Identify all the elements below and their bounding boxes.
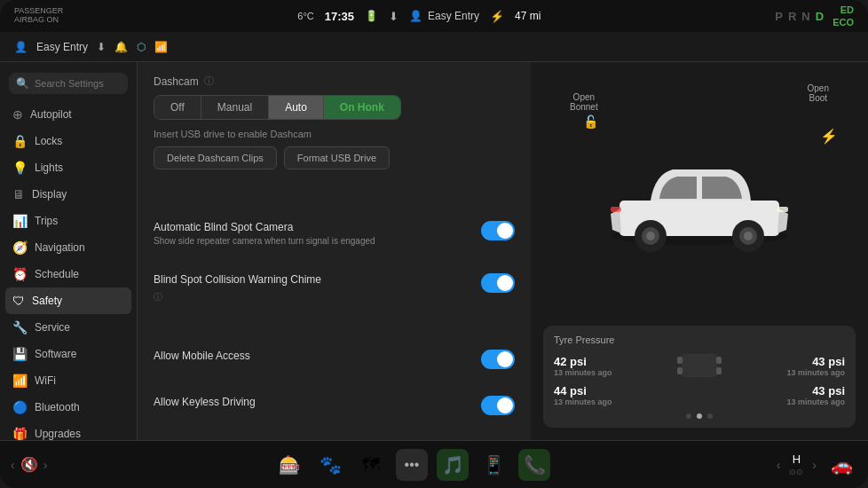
- sidebar-label-navigation: Navigation: [35, 241, 85, 254]
- toggle-mobile-access-info: Allow Mobile Access: [154, 350, 472, 364]
- app-icon-1[interactable]: 🎰: [273, 449, 305, 481]
- collision-info-icon: ⓘ: [154, 292, 162, 302]
- service-icon: 🔧: [12, 320, 28, 335]
- gear-mode-1: ED: [840, 4, 854, 15]
- car-illustration: [584, 134, 815, 258]
- toggle-collision-warning-switch[interactable]: [481, 273, 515, 293]
- toggle-blind-spot-camera-switch[interactable]: [481, 221, 515, 240]
- toggle-keyless-driving-switch[interactable]: [481, 396, 515, 415]
- svg-rect-13: [677, 367, 683, 374]
- sidebar-label-bluetooth: Bluetooth: [35, 401, 80, 413]
- gear-d: D: [816, 10, 824, 23]
- sidebar-item-wifi[interactable]: 📶 WiFi: [0, 367, 137, 394]
- open-bonnet-button[interactable]: Open Bonnet: [570, 92, 598, 112]
- sidebar-item-bluetooth[interactable]: 🔵 Bluetooth: [0, 394, 137, 421]
- toggle-mobile-access-switch[interactable]: [481, 350, 515, 369]
- dashcam-info-icon: ⓘ: [204, 75, 214, 88]
- tyre-rr-time: 13 minutes ago: [727, 397, 845, 406]
- sidebar: 🔍 ⊕ Autopilot 🔒 Locks 💡 Lights 🖥 Display…: [0, 62, 138, 440]
- taskbar-center: 🎰 🐾 🗺 ••• 🎵 📱 📞: [273, 449, 550, 481]
- temperature: 6°C: [297, 11, 313, 21]
- usb-button-group: Delete Dashcam Clips Format USB Drive: [154, 146, 515, 169]
- status-center: 6°C 17:35 🔋 ⬇ 👤 Easy Entry ⚡ 47 mi: [297, 10, 541, 23]
- gear-control[interactable]: H ⊙⊙: [789, 453, 803, 476]
- app-car[interactable]: 🚗: [825, 449, 857, 481]
- open-boot-button[interactable]: Open Boot: [808, 83, 829, 103]
- easy-entry-top-label: Easy Entry: [428, 10, 479, 22]
- svg-point-4: [646, 232, 655, 240]
- toggle-mobile-access-knob: [497, 351, 513, 367]
- nav-prev-arrow[interactable]: ‹: [11, 458, 15, 472]
- taskbar-nav-next[interactable]: ›: [812, 458, 817, 472]
- sidebar-item-upgrades[interactable]: 🎁 Upgrades: [0, 421, 137, 440]
- sidebar-item-locks[interactable]: 🔒 Locks: [0, 128, 137, 154]
- app-maps[interactable]: 🗺: [355, 449, 387, 481]
- sidebar-item-display[interactable]: 🖥 Display: [0, 181, 137, 208]
- dashcam-honk-button[interactable]: On Honk: [324, 96, 400, 119]
- sidebar-item-service[interactable]: 🔧 Service: [0, 314, 137, 341]
- charge-port-icon: ⚡: [820, 128, 838, 145]
- second-bar-icons: 👤 Easy Entry ⬇ 🔔 ⬡ 📶: [14, 41, 168, 53]
- tyre-rr-psi: 43 psi: [727, 384, 845, 397]
- lights-icon: 💡: [12, 161, 28, 175]
- status-bar: PASSENGERAIRBAG ON 6°C 17:35 🔋 ⬇ 👤 Easy …: [0, 0, 868, 32]
- delete-clips-button[interactable]: Delete Dashcam Clips: [154, 146, 277, 169]
- toggle-blind-spot-camera-info: Automatic Blind Spot Camera Show side re…: [154, 221, 472, 247]
- bluetooth-icon: 🔵: [12, 400, 28, 414]
- sidebar-item-software[interactable]: 💾 Software: [0, 341, 137, 367]
- tyre-car-diagram: [677, 352, 722, 379]
- battery-icon: 🔋: [365, 10, 378, 22]
- display-icon: 🖥: [12, 187, 25, 201]
- toggle-blind-spot-camera: Automatic Blind Spot Camera Show side re…: [154, 214, 515, 254]
- upgrades-icon: 🎁: [12, 427, 28, 440]
- search-box[interactable]: 🔍: [9, 73, 128, 94]
- dashcam-off-button[interactable]: Off: [154, 96, 201, 119]
- bell-icon: 🔔: [114, 41, 128, 53]
- app-call[interactable]: 📞: [518, 449, 550, 481]
- app-spotify[interactable]: 🎵: [437, 449, 469, 481]
- dashcam-auto-button[interactable]: Auto: [269, 96, 324, 119]
- sidebar-item-navigation[interactable]: 🧭 Navigation: [0, 234, 137, 261]
- app-icon-2[interactable]: 🐾: [314, 449, 346, 481]
- svg-rect-9: [611, 207, 621, 212]
- sidebar-item-schedule[interactable]: ⏰ Schedule: [0, 261, 137, 287]
- sidebar-item-lights[interactable]: 💡 Lights: [0, 154, 137, 181]
- toggle-blind-spot-camera-label: Automatic Blind Spot Camera: [154, 221, 472, 233]
- toggle-collision-warning: Blind Spot Collision Warning Chime ⓘ: [154, 266, 515, 311]
- format-usb-button[interactable]: Format USB Drive: [284, 146, 390, 169]
- sidebar-label-trips: Trips: [35, 215, 58, 227]
- open-bonnet-label: Open Bonnet: [570, 92, 598, 112]
- volume-icon[interactable]: 🔇: [20, 456, 38, 473]
- tyre-pressure-panel: Tyre Pressure 42 psi 13 minutes ago: [543, 326, 856, 428]
- sidebar-item-autopilot[interactable]: ⊕ Autopilot: [0, 101, 137, 128]
- toggle-blind-spot-camera-sub: Show side repeater camera when turn sign…: [154, 235, 472, 247]
- dashcam-manual-button[interactable]: Manual: [201, 96, 269, 119]
- dot-2: [697, 413, 702, 419]
- app-more[interactable]: •••: [396, 449, 428, 481]
- dashcam-title: Dashcam ⓘ: [154, 75, 515, 88]
- search-input[interactable]: [35, 78, 121, 89]
- toggle-keyless-driving: Allow Keyless Driving: [154, 389, 515, 422]
- sidebar-label-safety: Safety: [32, 295, 62, 307]
- sidebar-item-safety[interactable]: 🛡 Safety: [5, 287, 131, 314]
- tyre-front-left: 42 psi 13 minutes ago: [554, 355, 672, 377]
- second-bar: 👤 Easy Entry ⬇ 🔔 ⬡ 📶: [0, 32, 868, 62]
- nav-next-arrow[interactable]: ›: [43, 458, 48, 472]
- taskbar-nav-prev[interactable]: ‹: [777, 458, 781, 472]
- dashcam-button-group: Off Manual Auto On Honk: [154, 95, 401, 120]
- easy-entry-header: 👤 Easy Entry: [409, 10, 479, 22]
- gear-h: H: [793, 453, 801, 466]
- range-display: 47 mi: [515, 10, 541, 22]
- taskbar-left: ‹ 🔇 ›: [11, 456, 47, 473]
- safety-icon: 🛡: [12, 294, 25, 308]
- toggle-collision-warning-knob: [497, 275, 513, 291]
- tyre-grid: 42 psi 13 minutes ago 43 psi: [554, 352, 845, 406]
- sidebar-label-schedule: Schedule: [35, 268, 79, 280]
- sidebar-item-trips[interactable]: 📊 Trips: [0, 208, 137, 234]
- tyre-fr-time: 13 minutes ago: [727, 368, 845, 377]
- app-phone[interactable]: 📱: [477, 449, 509, 481]
- svg-rect-14: [716, 367, 722, 374]
- trips-icon: 📊: [12, 214, 28, 228]
- content-area: Dashcam ⓘ Off Manual Auto On Honk Insert…: [138, 62, 531, 440]
- sidebar-label-display: Display: [32, 188, 67, 201]
